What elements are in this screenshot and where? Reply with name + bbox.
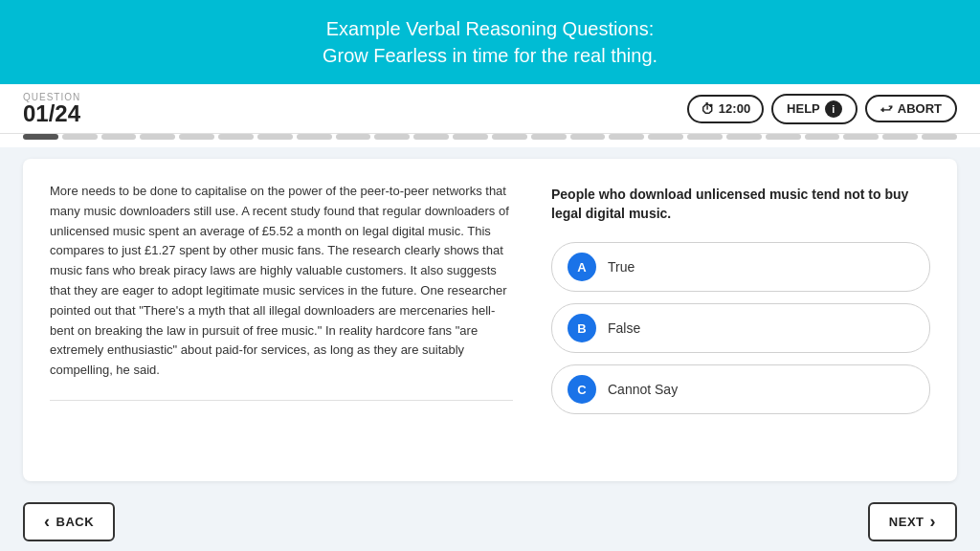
header-title: Example Verbal Reasoning Questions: Grow… [19,15,961,69]
option-a-label: True [608,259,635,275]
abort-icon [880,101,893,116]
option-c-label: Cannot Say [608,382,678,397]
help-label: HELP [787,101,820,116]
option-a-circle: A [568,253,596,281]
progress-segment-12 [453,134,488,140]
page-header: Example Verbal Reasoning Questions: Grow… [0,0,980,84]
passage-text: More needs to be done to capitalise on t… [50,182,513,381]
main-content: More needs to be done to capitalise on t… [0,147,980,493]
help-info-icon: i [825,100,842,118]
header-line1: Example Verbal Reasoning Questions: [326,18,654,39]
timer-label: 12:00 [719,101,750,116]
back-label: BACK [56,515,95,529]
passage-section: More needs to be done to capitalise on t… [50,182,513,458]
question-number: 01/24 [23,102,80,125]
next-label: NEXT [889,515,924,529]
option-c-circle: C [568,375,596,404]
progress-segment-17 [648,134,683,140]
progress-segment-18 [687,134,723,140]
progress-segment-4 [140,134,175,140]
progress-segment-15 [570,134,606,140]
progress-segment-24 [922,134,957,140]
progress-bar-area [0,134,980,147]
option-b[interactable]: B False [551,303,930,353]
option-c[interactable]: C Cannot Say [551,364,930,414]
question-counter: QUESTION 01/24 [23,92,80,125]
abort-button[interactable]: ABORT [865,95,957,122]
option-b-label: False [608,320,640,336]
progress-segment-3 [101,134,137,140]
back-arrow-icon [44,512,51,532]
progress-segment-13 [492,134,527,140]
progress-segment-23 [882,134,918,140]
option-b-circle: B [568,314,596,342]
abort-label: ABORT [898,101,942,116]
progress-segment-7 [257,134,293,140]
timer-button[interactable]: 12:00 [687,95,764,123]
progress-segment-11 [413,134,449,140]
progress-segment-21 [805,134,840,140]
progress-segment-20 [766,134,801,140]
question-statement: People who download unlicensed music ten… [551,186,930,223]
next-button[interactable]: NEXT [868,502,957,541]
answer-section: People who download unlicensed music ten… [551,182,930,458]
toolbar-actions: 12:00 HELP i ABORT [687,94,957,124]
progress-segments [23,134,957,140]
header-line2: Grow Fearless in time for the real thing… [323,45,657,66]
toolbar: QUESTION 01/24 12:00 HELP i ABORT [0,84,980,134]
next-arrow-icon [930,512,937,532]
footer: BACK NEXT [0,493,980,551]
progress-segment-6 [218,134,254,140]
progress-segment-1 [23,134,58,140]
question-card: More needs to be done to capitalise on t… [23,159,957,481]
progress-segment-16 [609,134,644,140]
back-button[interactable]: BACK [23,502,115,541]
progress-segment-19 [726,134,762,140]
progress-segment-9 [336,134,371,140]
progress-segment-8 [297,134,332,140]
clock-icon [701,101,714,117]
progress-segment-10 [374,134,410,140]
help-button[interactable]: HELP i [771,94,858,124]
progress-segment-2 [62,134,98,140]
progress-segment-5 [179,134,214,140]
option-a[interactable]: A True [551,242,930,292]
passage-divider [50,400,513,401]
progress-segment-14 [531,134,567,140]
progress-segment-22 [843,134,879,140]
